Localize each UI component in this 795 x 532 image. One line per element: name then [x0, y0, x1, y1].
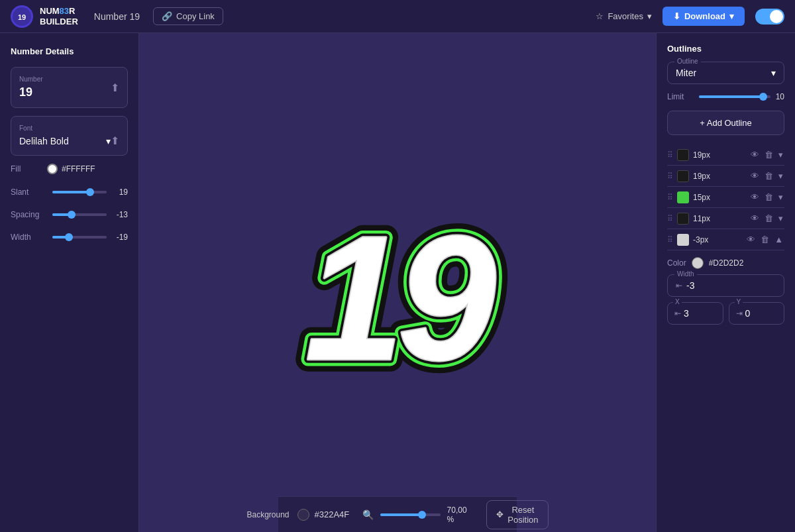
download-button[interactable]: ⬇ Download ▾: [662, 7, 745, 26]
xy-row: X ⇤ Y ⇥: [667, 302, 784, 325]
left-panel-title: Number Details: [11, 46, 128, 56]
outline-color-swatch[interactable]: [677, 191, 689, 203]
left-panel: Number Details Number ⬆ Font Delilah Bol…: [0, 33, 139, 532]
link-icon: 🔗: [162, 11, 172, 21]
outline-delete-button[interactable]: 🗑: [763, 148, 774, 161]
spacing-row: Spacing -13: [11, 210, 128, 219]
star-icon: ☆: [596, 11, 604, 21]
logo-icon: 19: [11, 5, 33, 28]
slant-row: Slant 19: [11, 187, 128, 197]
outline-visibility-button[interactable]: 👁: [749, 212, 761, 225]
outline-item-3: ⠿ 15px 👁 🗑 ▾: [667, 187, 784, 208]
slant-value: 19: [112, 187, 128, 197]
outline-color-swatch[interactable]: [677, 149, 689, 161]
outline-type-label: Outline: [674, 58, 701, 65]
chevron-down-icon: ▾: [771, 68, 776, 78]
theme-toggle[interactable]: [755, 9, 784, 25]
outline-delete-button[interactable]: 🗑: [763, 191, 774, 203]
y-icon: ⇥: [736, 309, 743, 318]
outline-actions: 👁 🗑 ▾: [749, 170, 784, 182]
drag-handle[interactable]: ⠿: [667, 193, 673, 202]
font-label: Font: [19, 125, 119, 132]
y-label: Y: [735, 298, 743, 305]
number-row: Number ⬆: [19, 76, 119, 99]
svg-text:19: 19: [18, 13, 26, 21]
width-label: Width: [11, 233, 47, 242]
font-select[interactable]: Delilah Bold ▾: [19, 136, 111, 146]
svg-text:19: 19: [305, 199, 497, 387]
outline-expand-button[interactable]: ▾: [777, 170, 784, 182]
width-slider[interactable]: [52, 236, 107, 239]
outline-type-value: Miter: [676, 68, 696, 78]
outline-actions: 👁 🗑 ▲: [745, 233, 784, 246]
drag-handle[interactable]: ⠿: [667, 214, 673, 223]
number-label: Number: [19, 76, 72, 83]
zoom-slider[interactable]: [380, 513, 440, 516]
outline-type-box: Outline Miter ▾: [667, 62, 784, 84]
number-display: 19 19 19 19 19: [238, 170, 556, 396]
width-input[interactable]: [686, 280, 726, 291]
background-color-circle[interactable]: [297, 509, 309, 521]
outline-px-value: 19px: [693, 172, 745, 181]
outline-item-4: ⠿ 11px 👁 🗑 ▾: [667, 208, 784, 229]
outline-px-value: 11px: [693, 214, 745, 223]
outline-item-5: ⠿ -3px 👁 🗑 ▲: [667, 229, 784, 250]
zoom-area: 🔍 70,00 %: [362, 505, 473, 524]
favorites-button[interactable]: ☆ Favorites ▾: [596, 11, 651, 21]
x-input[interactable]: [684, 308, 710, 319]
outline-expand-button[interactable]: ▾: [777, 148, 784, 161]
outline-selected-color-hex: #D2D2D2: [709, 258, 744, 268]
upload-icon-button[interactable]: ⬆: [111, 81, 119, 94]
copy-link-button[interactable]: 🔗 Copy Link: [153, 7, 223, 25]
background-hex: #322A4F: [315, 509, 350, 519]
y-input[interactable]: [745, 308, 772, 319]
width-input-row: ⇤: [676, 280, 776, 291]
width-box: Width ⇤: [667, 274, 784, 297]
outline-item-1: ⠿ 19px 👁 🗑 ▾: [667, 144, 784, 166]
font-value: Delilah Bold: [19, 136, 69, 146]
chevron-down-icon: ▾: [106, 136, 111, 146]
outline-delete-button[interactable]: 🗑: [763, 212, 774, 225]
width-value: -19: [112, 233, 128, 242]
outline-delete-button[interactable]: 🗑: [763, 170, 774, 182]
outline-selected-color-swatch[interactable]: [692, 257, 704, 269]
drag-handle[interactable]: ⠿: [667, 172, 673, 181]
color-label: Color: [667, 258, 686, 268]
add-outline-button[interactable]: + Add Outline: [667, 111, 784, 135]
drag-handle[interactable]: ⠿: [667, 235, 673, 244]
right-panel: Outlines Outline Miter ▾ Limit 10 + Add …: [656, 33, 795, 532]
outline-visibility-button[interactable]: 👁: [749, 148, 761, 161]
spacing-slider[interactable]: [52, 213, 107, 216]
outline-collapse-button[interactable]: ▲: [773, 233, 784, 246]
fill-color-circle[interactable]: [47, 164, 58, 174]
limit-row: Limit 10: [667, 92, 784, 101]
zoom-value: 70,00 %: [447, 505, 474, 524]
number-input-group: Number ⬆: [11, 67, 128, 108]
fill-row: Fill #FFFFFF: [11, 164, 128, 174]
reset-position-button[interactable]: ✥ Reset Position: [486, 500, 548, 529]
download-icon: ⬇: [673, 11, 680, 21]
width-row: Width -19: [11, 233, 128, 242]
x-box: X ⇤: [667, 302, 723, 325]
header-right: ☆ Favorites ▾ ⬇ Download ▾: [596, 7, 784, 26]
outline-type-select[interactable]: Miter ▾: [676, 68, 776, 78]
fill-label: Fill: [11, 164, 47, 174]
outline-color-swatch[interactable]: [677, 234, 689, 246]
x-input-row: ⇤: [674, 308, 716, 319]
outline-visibility-button[interactable]: 👁: [745, 233, 757, 246]
font-upload-button[interactable]: ⬆: [111, 134, 119, 147]
outline-visibility-button[interactable]: 👁: [749, 170, 761, 182]
outline-visibility-button[interactable]: 👁: [749, 191, 761, 203]
outline-px-value: 19px: [693, 150, 745, 160]
outline-expand-button[interactable]: ▾: [777, 212, 784, 225]
outline-px-value: 15px: [693, 193, 745, 202]
number-input[interactable]: [19, 85, 72, 99]
slant-slider[interactable]: [52, 191, 107, 193]
limit-slider[interactable]: [699, 95, 770, 98]
outline-delete-button[interactable]: 🗑: [759, 233, 770, 246]
x-icon: ⇤: [674, 309, 681, 318]
outline-expand-button[interactable]: ▾: [777, 191, 784, 203]
drag-handle[interactable]: ⠿: [667, 150, 673, 160]
outline-color-swatch[interactable]: [677, 213, 689, 225]
outline-color-swatch[interactable]: [677, 170, 689, 182]
